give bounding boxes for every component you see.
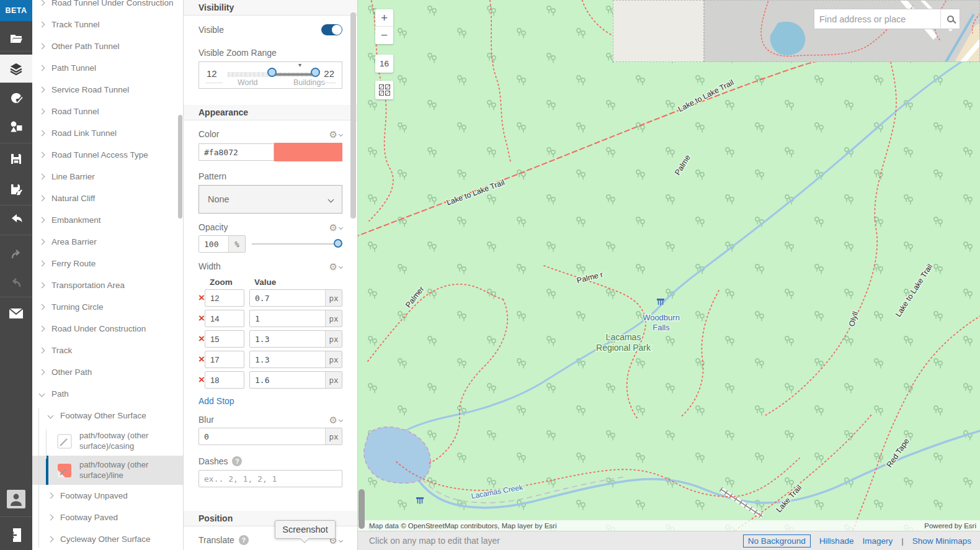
delete-stop-button[interactable]: ×	[198, 333, 205, 345]
layer-row[interactable]: Turning Circle	[32, 296, 183, 318]
layer-row[interactable]: Natural Cliff	[32, 187, 183, 209]
stop-zoom-input[interactable]	[205, 371, 244, 389]
layer-row[interactable]: Embankment	[32, 209, 183, 231]
layer-row[interactable]: Road Tunnel Access Type	[32, 144, 183, 166]
stop-value-input[interactable]	[250, 351, 325, 367]
delete-stop-button[interactable]: ×	[198, 374, 205, 386]
layer-row[interactable]: Footway Paved	[32, 507, 183, 528]
map-scrollbar-thumb[interactable]	[359, 489, 365, 529]
search-button[interactable]	[940, 9, 960, 29]
layer-row[interactable]: Road Link Tunnel	[32, 122, 183, 144]
layer-row[interactable]: Road Tunnel	[32, 101, 183, 122]
layer-row[interactable]: Road Tunnel Under Construction	[32, 0, 183, 14]
open-project-button[interactable]	[0, 25, 32, 52]
style-label: path/footway (other surface)/line	[79, 460, 172, 480]
hillshade-link[interactable]: Hillshade	[819, 536, 854, 546]
stop-value-input[interactable]	[250, 290, 325, 306]
help-icon[interactable]: ?	[232, 456, 242, 466]
range-handle-min[interactable]	[267, 68, 277, 77]
screenshot-tooltip: Screenshot	[275, 520, 336, 539]
layer-row[interactable]: Other Path Tunnel	[32, 35, 183, 57]
background-switcher: No Background Hillshade Imagery | Show M…	[743, 534, 971, 548]
color-options-button[interactable]: ⚙	[329, 130, 342, 139]
show-minimaps-link[interactable]: Show Minimaps	[912, 536, 971, 546]
stop-zoom-input[interactable]	[205, 310, 244, 327]
opacity-input[interactable]	[199, 236, 228, 252]
layer-row-path[interactable]: Path	[32, 383, 183, 405]
back-button[interactable]	[0, 205, 32, 232]
layer-row[interactable]: Path Tunnel	[32, 57, 183, 79]
chevron-right-icon	[39, 282, 45, 289]
sign-out-button[interactable]	[0, 521, 32, 549]
imagery-link[interactable]: Imagery	[862, 536, 893, 546]
zoom-out-button[interactable]: −	[375, 27, 393, 44]
dashes-input[interactable]	[198, 470, 342, 487]
minimap-no-background[interactable]	[613, 0, 704, 62]
width-options-button[interactable]: ⚙	[329, 262, 342, 271]
search-box	[814, 9, 960, 29]
undo-button[interactable]	[0, 241, 32, 268]
map-area[interactable]: Lake to Lake Trail Lake to Lake Trail La…	[358, 0, 980, 550]
layer-row[interactable]: Road Under Construction	[32, 318, 183, 340]
opacity-options-button[interactable]: ⚙	[329, 223, 342, 232]
visible-toggle[interactable]	[321, 24, 342, 35]
quick-edit-button[interactable]	[0, 113, 32, 140]
width-stop-row: × px	[198, 310, 342, 327]
layer-label: Road Under Construction	[51, 324, 146, 333]
redo-button[interactable]	[0, 269, 32, 297]
pattern-select[interactable]: None	[198, 185, 342, 214]
layers-button[interactable]	[0, 55, 32, 83]
opacity-slider[interactable]	[252, 239, 342, 249]
color-swatch[interactable]	[274, 143, 342, 161]
color-hex-input[interactable]	[198, 143, 274, 161]
map-canvas[interactable]: Lake to Lake Trail Lake to Lake Trail La…	[358, 0, 980, 531]
edit-styles-button[interactable]	[0, 84, 32, 112]
account-button[interactable]	[0, 485, 32, 513]
layer-row[interactable]: Transportation Area	[32, 274, 183, 296]
zoom-in-button[interactable]: +	[375, 9, 393, 27]
range-dash	[205, 83, 223, 83]
layer-row[interactable]: Cycleway Other Surface	[32, 528, 183, 550]
layer-row-footway-other-surface[interactable]: Footway Other Surface	[32, 405, 183, 426]
minimap-grid-button[interactable]	[375, 81, 393, 99]
save-as-button[interactable]	[0, 176, 32, 203]
add-stop-link[interactable]: Add Stop	[198, 396, 342, 406]
blur-input[interactable]	[199, 428, 325, 444]
layer-row[interactable]: Ferry Route	[32, 253, 183, 274]
range-handle-max[interactable]	[311, 68, 320, 77]
help-icon[interactable]: ?	[239, 535, 249, 545]
no-background-link[interactable]: No Background	[743, 534, 811, 548]
delete-stop-button[interactable]: ×	[198, 292, 205, 304]
layer-row[interactable]: Footway Unpaved	[32, 485, 183, 507]
layer-row[interactable]: Track Tunnel	[32, 14, 183, 35]
chevron-down-icon	[48, 413, 54, 419]
layers-icon	[9, 62, 23, 76]
layer-row[interactable]: Other Path	[32, 361, 183, 383]
feedback-button[interactable]	[0, 300, 32, 327]
style-label: path/footway (other surface)/casing	[79, 431, 172, 451]
delete-stop-button[interactable]: ×	[198, 312, 205, 325]
blur-options-button[interactable]: ⚙	[329, 415, 342, 425]
search-input[interactable]	[814, 9, 940, 29]
width-label: Width	[198, 261, 221, 271]
stop-zoom-input[interactable]	[205, 289, 244, 307]
stop-zoom-input[interactable]	[205, 351, 244, 368]
layer-row[interactable]: Line Barrier	[32, 166, 183, 187]
stop-value-input[interactable]	[250, 372, 325, 388]
style-row-casing[interactable]: path/footway (other surface)/casing	[32, 426, 183, 456]
layer-row[interactable]: Track	[32, 340, 183, 361]
stop-value-input[interactable]	[250, 310, 325, 327]
stop-value-input[interactable]	[250, 331, 325, 347]
style-row-line-selected[interactable]: path/footway (other surface)/line	[32, 456, 183, 485]
opacity-slider-handle[interactable]	[334, 239, 342, 248]
layer-row[interactable]: Service Road Tunnel	[32, 79, 183, 101]
stop-zoom-input[interactable]	[205, 330, 244, 348]
gear-icon: ⚙	[329, 262, 337, 271]
delete-stop-button[interactable]: ×	[198, 353, 205, 366]
properties-scrollbar[interactable]	[350, 12, 356, 219]
save-button[interactable]	[0, 145, 32, 173]
layer-list-scrollbar[interactable]	[178, 115, 182, 219]
chevron-right-icon	[39, 348, 45, 354]
chevron-right-icon	[39, 109, 45, 115]
layer-row[interactable]: Area Barrier	[32, 231, 183, 253]
